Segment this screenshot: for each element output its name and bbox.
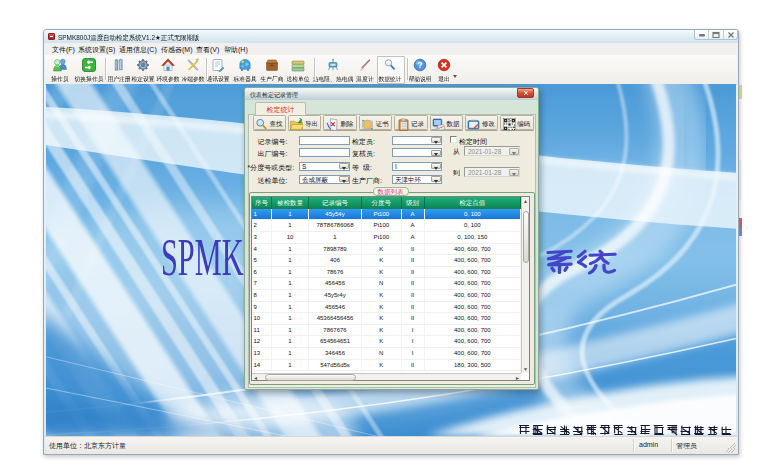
svg-text:?: ? bbox=[417, 60, 423, 70]
